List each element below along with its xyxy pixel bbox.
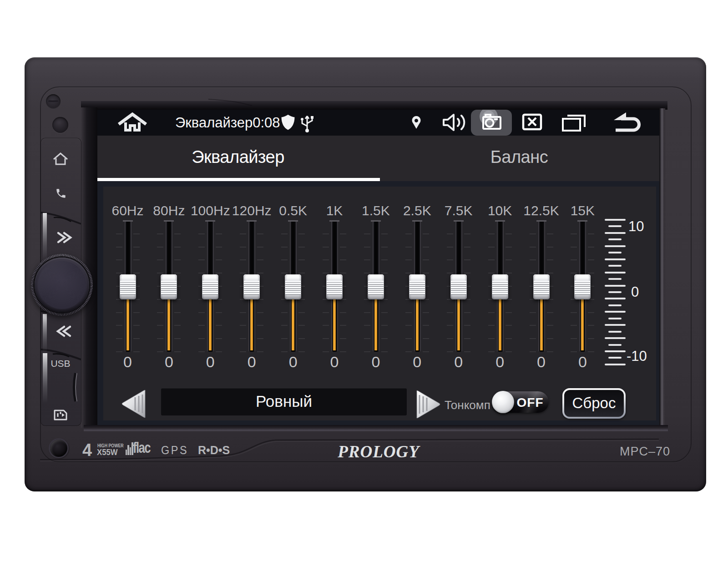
- svg-text:USB: USB: [51, 358, 70, 369]
